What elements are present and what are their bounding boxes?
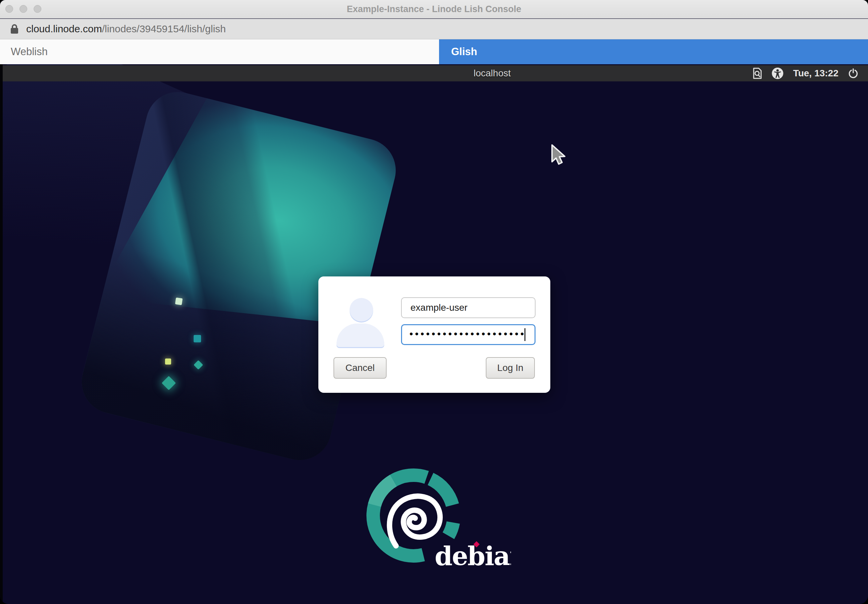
user-avatar-icon (336, 323, 384, 347)
hostname-label: localhost (474, 65, 511, 81)
accessibility-icon[interactable] (772, 67, 784, 79)
mouse-cursor-icon (547, 143, 569, 168)
login-dialog: example-user ••••••••••••••••••••• Cance… (318, 276, 550, 393)
clock-label: Tue, 13:22 (793, 68, 839, 79)
cancel-button-label: Cancel (345, 363, 375, 373)
log-in-button-label: Log In (497, 363, 524, 373)
screen-edge (0, 64, 3, 604)
glow-square (175, 298, 183, 305)
gnome-top-bar: localhost Tue, 13:22 (3, 65, 868, 81)
url-host: cloud.linode.com (26, 23, 102, 34)
lock-icon[interactable] (10, 23, 19, 34)
browser-window: Example-Instance - Linode Lish Console c… (0, 0, 868, 604)
tab-weblish-label: Weblish (11, 46, 48, 58)
glow-square (194, 335, 201, 342)
lish-tab-bar: Weblish Glish (0, 39, 868, 64)
url-text: cloud.linode.com/linodes/39459154/lish/g… (26, 23, 226, 35)
magnifier-document-icon[interactable] (753, 68, 762, 79)
glish-console-screen: localhost Tue, 13:22 (0, 64, 868, 604)
user-avatar-icon (350, 298, 373, 321)
password-masked-value: ••••••••••••••••••••• (409, 328, 524, 340)
log-in-button[interactable]: Log In (486, 357, 535, 379)
password-field[interactable]: ••••••••••••••••••••• (401, 324, 536, 345)
username-field[interactable]: example-user (401, 297, 536, 318)
tab-weblish[interactable]: Weblish (0, 39, 439, 64)
power-icon[interactable] (848, 68, 859, 79)
debian-wordmark: debian (435, 541, 511, 571)
tab-glish-label: Glish (451, 46, 477, 58)
url-path: /linodes/39459154/lish/glish (102, 23, 226, 34)
glow-square (165, 359, 171, 365)
window-title: Example-Instance - Linode Lish Console (0, 0, 868, 19)
username-value: example-user (411, 302, 468, 313)
debian-logo: debian (356, 466, 511, 582)
tab-glish[interactable]: Glish (439, 39, 868, 64)
titlebar: Example-Instance - Linode Lish Console (0, 0, 868, 19)
address-bar[interactable]: cloud.linode.com/linodes/39459154/lish/g… (0, 19, 868, 39)
cancel-button[interactable]: Cancel (333, 357, 387, 379)
text-caret (524, 328, 525, 341)
debian-swirl-icon (390, 496, 440, 546)
